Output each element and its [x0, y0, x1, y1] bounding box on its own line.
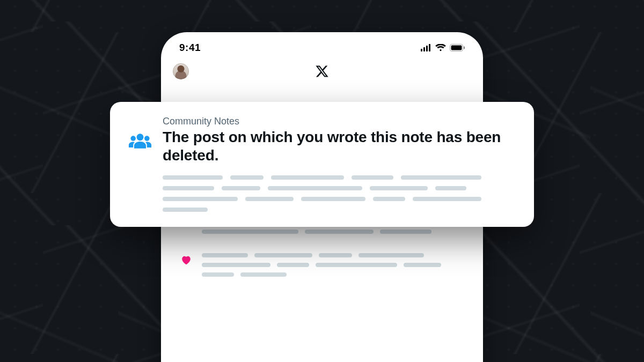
- community-note-eyebrow: Community Notes: [163, 116, 516, 127]
- post-skeleton: [202, 253, 466, 277]
- svg-rect-1: [423, 47, 425, 51]
- community-note-skeleton: [163, 175, 516, 212]
- svg-rect-3: [429, 44, 430, 51]
- svg-rect-2: [426, 46, 428, 51]
- status-indicators: [421, 44, 465, 51]
- svg-point-8: [130, 136, 136, 141]
- status-bar: 9:41: [161, 32, 483, 57]
- community-note-headline: The post on which you wrote this note ha…: [163, 128, 516, 165]
- heart-icon: [180, 253, 192, 277]
- svg-rect-6: [464, 47, 465, 49]
- x-logo[interactable]: [315, 64, 329, 78]
- people-icon: [128, 116, 152, 212]
- community-note-card: Community Notes The post on which you wr…: [110, 102, 534, 227]
- svg-point-9: [144, 136, 150, 141]
- cellular-signal-icon: [421, 44, 431, 51]
- battery-icon: [450, 44, 465, 51]
- svg-rect-0: [421, 49, 422, 51]
- wifi-icon: [435, 44, 446, 51]
- svg-point-7: [137, 134, 144, 141]
- app-header: [161, 57, 483, 83]
- svg-rect-5: [451, 46, 462, 50]
- status-time: 9:41: [179, 42, 201, 54]
- avatar[interactable]: [173, 63, 189, 79]
- feed-post[interactable]: [173, 246, 471, 289]
- community-note-body: Community Notes The post on which you wr…: [163, 116, 516, 212]
